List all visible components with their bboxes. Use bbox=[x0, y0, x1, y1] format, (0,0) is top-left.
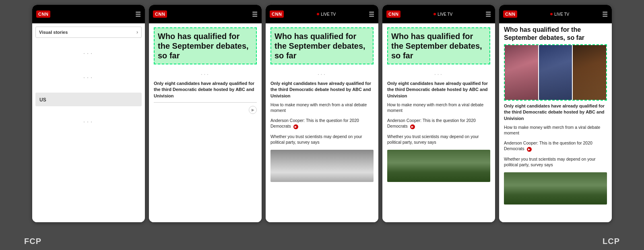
live-tv-text-4: LIVE TV bbox=[438, 12, 452, 17]
dots-row-2: ··· bbox=[154, 68, 257, 81]
cnn-logo-5: CNN bbox=[503, 10, 517, 18]
dots-row-3: ··· bbox=[270, 68, 374, 81]
lcp-label: LCP bbox=[603, 237, 620, 246]
live-dot-4 bbox=[433, 13, 436, 15]
hamburger-icon-1[interactable]: ☰ bbox=[135, 10, 141, 18]
live-dot-5 bbox=[550, 13, 553, 15]
article-content-3: Who has qualified for the September deba… bbox=[266, 23, 378, 186]
cnn-header-2: CNN ☰ bbox=[149, 5, 262, 23]
sub-item-5-3: Whether you trust scientists may depend … bbox=[504, 157, 607, 170]
article-body-5: Only eight candidates have already quali… bbox=[504, 103, 607, 122]
cnn-header-5: CNN LIVE TV ☰ bbox=[499, 5, 612, 23]
live-tv-text-3: LIVE TV bbox=[321, 12, 336, 17]
photo-biden bbox=[539, 45, 572, 100]
dots-placeholder-1: ··· bbox=[32, 41, 145, 65]
photo-booker bbox=[573, 45, 606, 100]
hamburger-icon-3[interactable]: ☰ bbox=[369, 10, 374, 18]
article-content-4: Who has qualified for the September deba… bbox=[382, 23, 495, 186]
dots-row-4: ··· bbox=[387, 68, 490, 81]
phone-frame-3: CNN LIVE TV ☰ Who has qualified for the … bbox=[266, 5, 378, 222]
fcp-label: FCP bbox=[24, 237, 41, 246]
cnn-logo-2: CNN bbox=[153, 10, 167, 18]
sub-item-5-2: Anderson Cooper: This is the question fo… bbox=[504, 140, 607, 154]
article-headline-3: Who has qualified for the September deba… bbox=[270, 27, 374, 64]
play-icon-3-2[interactable]: ▶ bbox=[293, 124, 298, 129]
phone-frame-4: CNN LIVE TV ☰ Who has qualified for the … bbox=[382, 5, 495, 222]
sub-item-3-3: Whether you trust scientists may depend … bbox=[270, 134, 374, 147]
phone-frame-2: CNN ☰ Who has qualified for the Septembe… bbox=[149, 5, 262, 222]
sub-item-4-2: Anderson Cooper: This is the question fo… bbox=[387, 118, 490, 132]
hamburger-icon-5[interactable]: ☰ bbox=[602, 10, 608, 18]
cnn-logo-1: CNN bbox=[36, 10, 50, 18]
dots-placeholder-2: ··· bbox=[32, 65, 145, 89]
article-body-2: Only eight candidates have already quali… bbox=[154, 81, 257, 99]
live-tv-badge-4: LIVE TV bbox=[433, 12, 452, 17]
article-headline-4: Who has qualified for the September deba… bbox=[387, 27, 490, 64]
article-content-2: Who has qualified for the September deba… bbox=[149, 23, 262, 120]
phone-frame-1: CNN ☰ Visual stories › ··· ··· US ··· bbox=[32, 5, 145, 222]
sub-item-4-1: How to make money with merch from a vira… bbox=[387, 102, 490, 116]
article-body-3: Only eight candidates have already quali… bbox=[270, 81, 374, 99]
play-button-2[interactable]: ▶ bbox=[249, 106, 257, 114]
sub-item-5-1: How to make money with merch from a vira… bbox=[504, 125, 607, 138]
cnn-header-3: CNN LIVE TV ☰ bbox=[266, 5, 378, 23]
phone5-content: Who has qualified for the September deba… bbox=[499, 23, 612, 222]
live-tv-badge-5: LIVE TV bbox=[550, 12, 569, 17]
dots-placeholder-3: ··· bbox=[32, 110, 145, 134]
article-body-4: Only eight candidates have already quali… bbox=[387, 81, 490, 99]
hamburger-icon-2[interactable]: ☰ bbox=[252, 10, 258, 18]
visual-stories-bar[interactable]: Visual stories › bbox=[35, 27, 142, 38]
hamburger-icon-4[interactable]: ☰ bbox=[485, 10, 491, 18]
cnn-header-4: CNN LIVE TV ☰ bbox=[382, 5, 495, 23]
footer-labels: FCP LCP bbox=[0, 230, 644, 250]
play-icon-5-2[interactable]: ▶ bbox=[527, 147, 532, 152]
cnn-logo-4: CNN bbox=[386, 10, 400, 18]
photo-strip-5 bbox=[504, 44, 607, 101]
chevron-right-icon: › bbox=[136, 29, 138, 35]
phone-frame-5: CNN LIVE TV ☰ Who has qualified for the … bbox=[499, 5, 612, 222]
article-headline-2: Who has qualified for the September deba… bbox=[154, 27, 257, 64]
phone2-content: Who has qualified for the September deba… bbox=[149, 23, 262, 222]
live-tv-badge-3: LIVE TV bbox=[317, 12, 336, 17]
article-headline-5: Who has qualified for the September deba… bbox=[504, 26, 607, 42]
sub-item-3-2: Anderson Cooper: This is the question fo… bbox=[270, 118, 374, 132]
main-area: CNN ☰ Visual stories › ··· ··· US ··· CN bbox=[0, 0, 644, 230]
sub-item-4-3: Whether you trust scientists may depend … bbox=[387, 134, 490, 147]
photo-harris bbox=[505, 45, 538, 100]
phone1-content: Visual stories › ··· ··· US ··· bbox=[32, 23, 145, 222]
cnn-logo-3: CNN bbox=[270, 10, 284, 18]
us-section: US bbox=[35, 93, 142, 106]
us-label: US bbox=[39, 97, 46, 103]
separator-2 bbox=[154, 102, 257, 103]
phone4-content: Who has qualified for the September deba… bbox=[382, 23, 495, 222]
sub-item-3-1: How to make money with merch from a vira… bbox=[270, 102, 374, 116]
live-dot-3 bbox=[317, 13, 319, 15]
article-content-5: Who has qualified for the September deba… bbox=[499, 23, 612, 209]
play-icon-4-2[interactable]: ▶ bbox=[410, 124, 415, 129]
visual-stories-label: Visual stories bbox=[39, 30, 68, 35]
phone3-content: Who has qualified for the September deba… bbox=[266, 23, 378, 222]
cnn-header-1: CNN ☰ bbox=[32, 5, 145, 23]
video-thumbnail-5[interactable] bbox=[504, 172, 607, 205]
live-tv-text-5: LIVE TV bbox=[554, 12, 569, 17]
video-thumbnail-3[interactable] bbox=[270, 150, 374, 182]
video-thumbnail-4[interactable] bbox=[387, 150, 490, 182]
